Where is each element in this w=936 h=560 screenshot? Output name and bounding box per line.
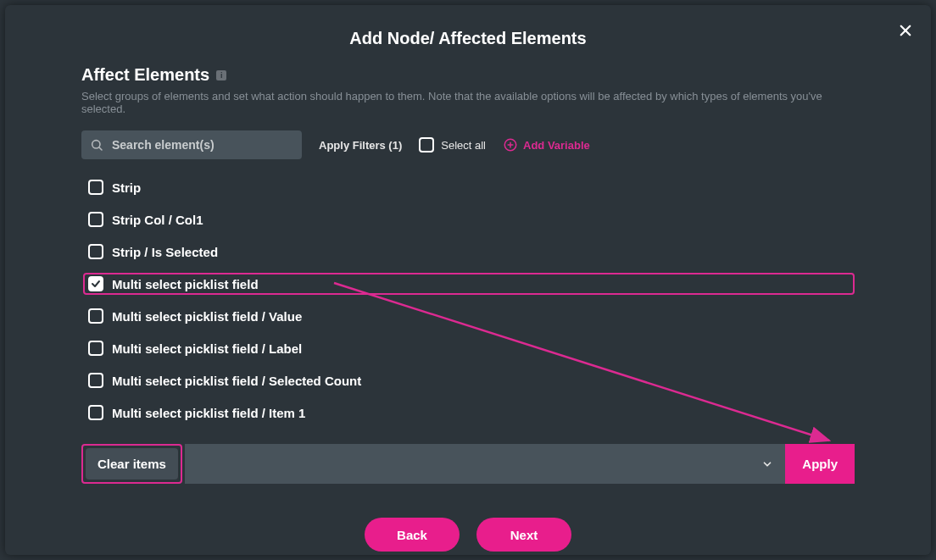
section-heading: Affect Elements <box>81 65 209 85</box>
element-row[interactable]: Strip Col / Col1 <box>88 208 855 230</box>
element-checkbox[interactable] <box>88 180 103 195</box>
search-icon <box>90 138 103 152</box>
element-row[interactable]: Multi select picklist field / Value <box>88 305 855 327</box>
info-icon[interactable]: i <box>216 70 226 80</box>
next-button[interactable]: Next <box>476 518 571 552</box>
element-checkbox[interactable] <box>88 405 103 420</box>
element-row[interactable]: Multi select picklist field / Item 1 <box>88 402 855 424</box>
back-button[interactable]: Back <box>365 518 460 552</box>
search-box[interactable] <box>81 130 302 159</box>
chevron-down-icon <box>761 458 773 470</box>
select-all-group[interactable]: Select all <box>419 137 486 152</box>
section-title-row: Affect Elements i <box>81 65 855 85</box>
add-node-modal: Add Node/ Affected Elements Affect Eleme… <box>5 5 931 555</box>
element-label: Multi select picklist field / Value <box>112 309 302 324</box>
element-row[interactable]: Multi select picklist field / Selected C… <box>88 369 855 391</box>
element-row[interactable]: Strip <box>88 176 855 198</box>
filters-row: Apply Filters (1) Select all Add Variabl… <box>81 130 855 159</box>
modal-header: Add Node/ Affected Elements <box>5 5 931 65</box>
element-row[interactable]: Multi select picklist field <box>83 273 855 295</box>
select-all-label: Select all <box>441 139 486 152</box>
apply-button[interactable]: Apply <box>785 444 855 484</box>
element-row[interactable]: Strip / Is Selected <box>88 241 855 263</box>
close-icon <box>898 23 913 38</box>
check-icon <box>91 279 101 289</box>
search-input[interactable] <box>110 137 293 152</box>
element-checkbox[interactable] <box>88 341 103 356</box>
modal-title: Add Node/ Affected Elements <box>5 29 931 48</box>
plus-circle-icon <box>503 137 518 152</box>
element-row[interactable]: Multi select picklist field / Label <box>88 337 855 359</box>
back-label: Back <box>397 528 427 542</box>
element-label: Multi select picklist field / Item 1 <box>112 406 305 420</box>
add-variable-label: Add Variable <box>523 139 590 152</box>
element-checkbox[interactable] <box>88 308 103 324</box>
apply-filters-link[interactable]: Apply Filters (1) <box>319 139 402 152</box>
element-label: Strip / Is Selected <box>112 245 218 259</box>
next-label: Next <box>510 528 538 542</box>
action-selected-label: Clear items <box>86 448 178 480</box>
element-label: Multi select picklist field <box>112 277 259 291</box>
element-label: Multi select picklist field / Label <box>112 341 302 356</box>
action-select[interactable] <box>185 444 785 484</box>
section-subtext: Select groups of elements and set what a… <box>81 90 855 115</box>
element-checkbox[interactable] <box>88 212 103 227</box>
element-label: Strip <box>112 180 141 195</box>
action-label-highlight: Clear items <box>81 444 182 484</box>
action-row: Clear items Apply <box>81 444 855 484</box>
element-label: Strip Col / Col1 <box>112 213 203 227</box>
element-checkbox[interactable] <box>88 276 103 291</box>
select-all-checkbox[interactable] <box>419 137 434 152</box>
modal-footer: Back Next <box>81 518 855 552</box>
apply-label: Apply <box>802 457 838 471</box>
close-button[interactable] <box>894 19 917 42</box>
element-checkbox[interactable] <box>88 373 103 388</box>
add-variable-button[interactable]: Add Variable <box>503 137 590 152</box>
modal-content: Affect Elements i Select groups of eleme… <box>5 65 931 552</box>
element-list: StripStrip Col / Col1Strip / Is Selected… <box>88 176 855 424</box>
element-label: Multi select picklist field / Selected C… <box>112 374 361 388</box>
element-checkbox[interactable] <box>88 244 103 259</box>
svg-line-3 <box>99 147 102 150</box>
